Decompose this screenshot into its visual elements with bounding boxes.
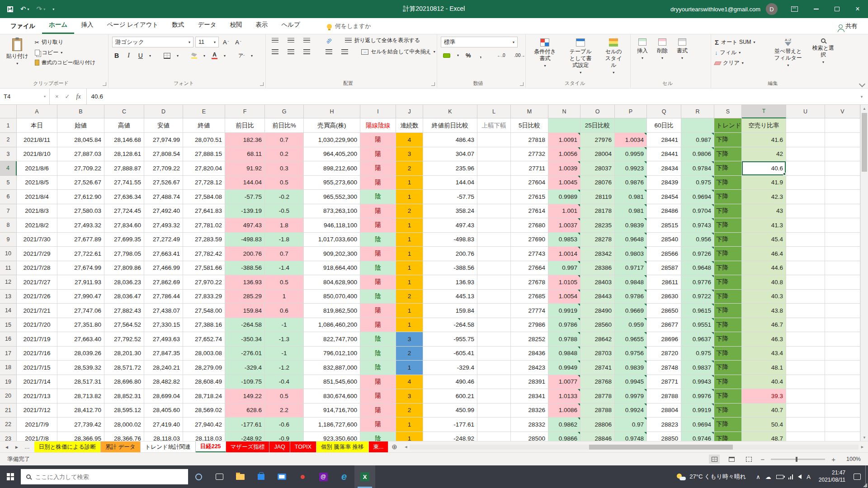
cell-G18[interactable]: -1.2 — [265, 361, 304, 375]
cell-E16[interactable]: 27,652.74 — [183, 332, 225, 347]
cell-P7[interactable]: 0.981 — [615, 204, 647, 219]
cell-F15[interactable]: -264.58 — [225, 318, 265, 333]
cell-G13[interactable]: 1 — [265, 290, 304, 304]
cell-N7[interactable]: 1.001 — [548, 204, 580, 219]
cell-T1[interactable]: 空売り比率 — [742, 118, 786, 133]
cell-F19[interactable]: -109.75 — [225, 375, 265, 389]
merge-center-button[interactable]: ↔セルを結合して中央揃え▾ — [361, 48, 435, 56]
align-left-button[interactable] — [269, 48, 281, 55]
cell-G19[interactable]: -0.4 — [265, 375, 304, 389]
row-header-20[interactable]: 20 — [0, 389, 17, 404]
cell-N11[interactable]: 0.997 — [548, 261, 580, 276]
weather-widget[interactable]: 27°C くもり時々晴れ — [671, 473, 751, 481]
sheet-tab[interactable]: マザーズ指標 — [226, 441, 270, 452]
cell-V12[interactable] — [825, 275, 860, 290]
col-header-K[interactable]: K — [423, 105, 477, 118]
cell-G22[interactable]: -0.6 — [265, 418, 304, 432]
cancel-formula-icon[interactable]: × — [55, 93, 59, 100]
hscroll-left-icon[interactable]: ◄ — [404, 445, 408, 449]
cell-G16[interactable]: -1.3 — [265, 332, 304, 347]
cell-D17[interactable]: 27,847.35 — [144, 347, 183, 361]
taskbar-search-input[interactable] — [35, 474, 166, 480]
cell-K16[interactable]: -955.75 — [423, 332, 477, 347]
cell-styles-button[interactable]: セルのスタイル▾ — [601, 37, 627, 79]
cell-N18[interactable]: 0.9949 — [548, 361, 580, 375]
cell-A5[interactable]: 2021/8/5 — [17, 176, 57, 190]
cell-I1[interactable]: 陽線陰線 — [360, 118, 396, 133]
cell-K10[interactable]: 200.76 — [423, 247, 477, 261]
cell-K12[interactable]: 136.93 — [423, 275, 477, 290]
cell-M13[interactable]: 27685 — [511, 290, 548, 304]
cell-P18[interactable]: 0.9839 — [615, 361, 647, 375]
cell-E12[interactable]: 27,970.22 — [183, 275, 225, 290]
cell-B7[interactable]: 27,580.03 — [57, 204, 104, 219]
sheet-tab[interactable]: トレンド統計関連 — [141, 441, 196, 452]
cell-P8[interactable]: 0.9839 — [615, 218, 647, 233]
cell-Q7[interactable]: 28486 — [647, 204, 681, 219]
cell-S5[interactable]: 下降 — [714, 176, 742, 190]
cell-J22[interactable]: 1 — [396, 418, 423, 432]
cell-A16[interactable]: 2021/7/19 — [17, 332, 57, 347]
name-box[interactable]: T4▾ — [0, 89, 50, 104]
col-header-M[interactable]: M — [511, 105, 548, 118]
cell-R19[interactable]: 0.9943 — [681, 375, 714, 389]
cell-M7[interactable]: 27614 — [511, 204, 548, 219]
cell-O14[interactable]: 28490 — [580, 304, 615, 318]
cell-C7[interactable]: 27,724.45 — [104, 204, 144, 219]
cell-I9[interactable]: 陰 — [360, 233, 396, 247]
cell-L5[interactable] — [477, 176, 511, 190]
ribbon-tab[interactable]: 校閲 — [223, 17, 249, 34]
col-header-R[interactable]: R — [681, 105, 714, 118]
cell-P4[interactable]: 0.9923 — [615, 161, 647, 176]
cell-T12[interactable]: 40.8 — [742, 275, 786, 290]
cell-M6[interactable]: 27615 — [511, 190, 548, 204]
cell-F7[interactable]: -139.19 — [225, 204, 265, 219]
cell-G6[interactable]: -0.2 — [265, 190, 304, 204]
cell-B19[interactable]: 28,517.31 — [57, 375, 104, 389]
phonetic-guide-button[interactable]: アˇ — [236, 52, 247, 60]
cell-H15[interactable]: 1,086,460,200 — [304, 318, 360, 333]
cell-V14[interactable] — [825, 304, 860, 318]
align-right-button[interactable] — [301, 48, 312, 55]
cell-U11[interactable] — [786, 261, 825, 276]
cell-M22[interactable]: 28332 — [511, 418, 548, 432]
sheet-tab[interactable]: 日別と株価による診断 — [34, 441, 101, 452]
cell-I12[interactable]: 陽 — [360, 275, 396, 290]
cell-P15[interactable]: 0.959 — [615, 318, 647, 333]
cell-D21[interactable]: 28,405.60 — [144, 404, 183, 418]
cell-P3[interactable]: 0.9959 — [615, 147, 647, 162]
font-color-button[interactable]: A — [209, 51, 220, 60]
cell-I6[interactable]: 陰 — [360, 190, 396, 204]
cell-O10[interactable]: 28342 — [580, 247, 615, 261]
cell-P21[interactable]: 0.9924 — [615, 404, 647, 418]
cell-R2[interactable]: 0.987 — [681, 133, 714, 147]
horizontal-scrollbar[interactable] — [410, 445, 859, 450]
cell-E19[interactable]: 28,608.49 — [183, 375, 225, 389]
sort-filter-button[interactable]: A↓Z 並べ替えとフィルター▾ — [771, 37, 806, 79]
cell-E10[interactable]: 27,782.42 — [183, 247, 225, 261]
undo-button[interactable]: ↶▾ — [20, 5, 29, 13]
cell-Q6[interactable]: 28454 — [647, 190, 681, 204]
start-button[interactable] — [0, 465, 21, 488]
cell-Q10[interactable]: 28566 — [647, 247, 681, 261]
action-center-icon[interactable] — [854, 474, 861, 480]
cell-A15[interactable]: 2021/7/20 — [17, 318, 57, 333]
cell-M17[interactable]: 28436 — [511, 347, 548, 361]
cell-V16[interactable] — [825, 332, 860, 347]
cell-M5[interactable]: 27604 — [511, 176, 548, 190]
cell-E4[interactable]: 27,820.04 — [183, 161, 225, 176]
row-header-4[interactable]: 4 — [0, 161, 17, 176]
percent-format-button[interactable]: % — [463, 51, 473, 60]
cell-C23[interactable]: 28,366.76 — [104, 432, 144, 441]
cell-Q4[interactable]: 28434 — [647, 161, 681, 176]
row-header-3[interactable]: 3 — [0, 147, 17, 162]
cell-K8[interactable]: 497.43 — [423, 218, 477, 233]
row-header-13[interactable]: 13 — [0, 290, 17, 304]
cell-O13[interactable]: 28443 — [580, 290, 615, 304]
cell-V5[interactable] — [825, 176, 860, 190]
cell-O23[interactable]: 28846 — [580, 432, 615, 441]
mail-at-button[interactable]: @ — [313, 465, 334, 488]
cell-N9[interactable]: 0.9853 — [548, 233, 580, 247]
italic-button[interactable]: I — [125, 51, 132, 60]
cell-D9[interactable]: 27,272.49 — [144, 233, 183, 247]
